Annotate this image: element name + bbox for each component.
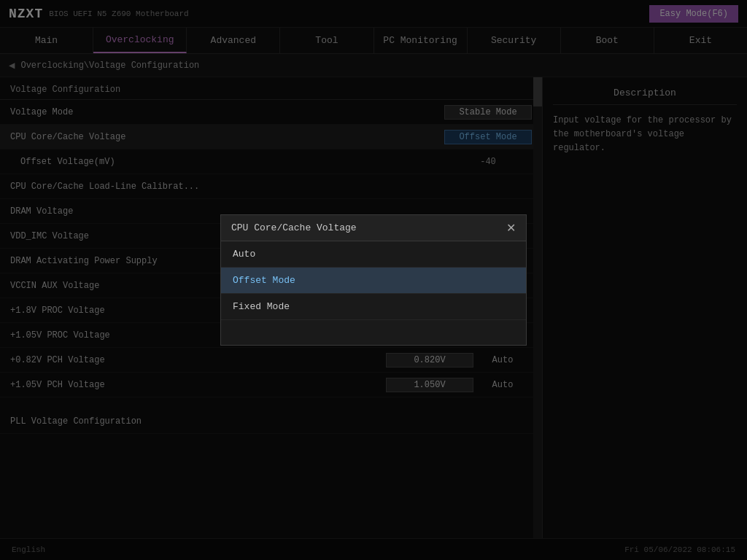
modal-header: CPU Core/Cache Voltage ✕ [221,215,526,241]
modal-box: CPU Core/Cache Voltage ✕ Auto Offset Mod… [220,214,527,346]
modal-option-fixed[interactable]: Fixed Mode [221,294,526,320]
modal-option-offset[interactable]: Offset Mode [221,268,526,294]
modal-title: CPU Core/Cache Voltage [231,222,357,233]
modal-overlay[interactable]: CPU Core/Cache Voltage ✕ Auto Offset Mod… [0,0,747,560]
modal-option-auto[interactable]: Auto [221,241,526,268]
modal-close-button[interactable]: ✕ [506,221,516,235]
